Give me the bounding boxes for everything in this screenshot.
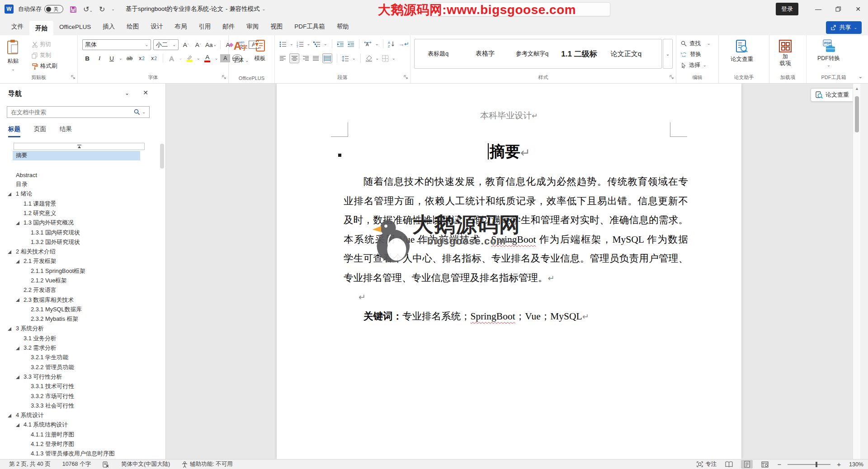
- restore-button[interactable]: [828, 0, 848, 18]
- expand-triangle-icon[interactable]: [16, 423, 19, 427]
- sort-button[interactable]: AZ: [388, 40, 395, 48]
- subscript-button[interactable]: x2: [137, 53, 147, 63]
- decrease-indent-button[interactable]: [337, 40, 344, 48]
- heading-item[interactable]: 3.1 业务分析: [13, 334, 140, 343]
- strikethrough-button[interactable]: ab: [125, 53, 135, 63]
- heading-item[interactable]: 1.2 研究意义: [13, 209, 140, 218]
- increase-indent-button[interactable]: [347, 40, 354, 48]
- addins-button[interactable]: 加 载项: [778, 39, 792, 67]
- bold-button[interactable]: B: [82, 53, 92, 63]
- heading-item[interactable]: 1.1 课题背景: [13, 199, 140, 208]
- heading-item[interactable]: 3.3.3 社会可行性: [13, 401, 140, 411]
- paper-check-floating-button[interactable]: 论文查重: [811, 88, 854, 102]
- navigation-tab[interactable]: 结果: [60, 125, 72, 137]
- heading-item[interactable]: 3.3 可行性分析: [13, 372, 140, 382]
- expand-triangle-icon[interactable]: [16, 298, 19, 302]
- text-effects-button[interactable]: A: [167, 53, 177, 63]
- accessibility-status[interactable]: 辅助功能: 不可用: [182, 460, 232, 468]
- heading-item[interactable]: 3.2.1 学生功能: [13, 353, 140, 362]
- zoom-out-button[interactable]: −: [777, 460, 781, 468]
- multilevel-list-button[interactable]: [313, 40, 321, 48]
- heading-item[interactable]: 1 绪论: [13, 189, 140, 199]
- print-layout-button[interactable]: [741, 460, 753, 469]
- body-line[interactable]: 随着信息技术的快速发展，教育信息化成为必然趋势。传统教育领域在专: [344, 172, 688, 192]
- align-center-button[interactable]: [289, 53, 299, 63]
- heading-item[interactable]: 2.1.2 Vue框架: [13, 276, 140, 286]
- navigation-close-icon[interactable]: ✕: [143, 89, 148, 96]
- shrink-font-button[interactable]: Aˇ: [193, 40, 203, 50]
- web-layout-button[interactable]: [759, 460, 771, 469]
- paste-button[interactable]: 粘贴⌄: [6, 39, 20, 71]
- select-button[interactable]: 选择⌄: [681, 60, 711, 70]
- find-button[interactable]: 查找⌄: [681, 38, 711, 49]
- ribbon-tab[interactable]: 视图: [264, 19, 288, 34]
- body-line[interactable]: 专业排名管理、专业信息管理及排名指标管理。↵: [344, 268, 688, 288]
- paragraph-dialog-launcher-icon[interactable]: [404, 73, 408, 81]
- change-case-button[interactable]: Aa⌄: [205, 40, 217, 50]
- expand-triangle-icon[interactable]: [16, 260, 19, 263]
- heading-item[interactable]: Abstract: [13, 170, 140, 180]
- numbered-list-button[interactable]: 123: [297, 40, 304, 48]
- expand-triangle-icon[interactable]: [8, 192, 11, 196]
- clipboard-dialog-launcher-icon[interactable]: [71, 73, 75, 81]
- abstract-heading[interactable]: 摘要↵: [277, 141, 741, 162]
- borders-button[interactable]: [382, 54, 389, 62]
- redo-button[interactable]: ↻: [99, 5, 105, 14]
- body-line[interactable]: 业排名管理方面，依赖人工统计和纸质记录，效率低下且易出错。信息更新不: [344, 192, 688, 211]
- ribbon-tab[interactable]: 开始: [29, 21, 53, 35]
- expand-triangle-icon[interactable]: [8, 327, 11, 331]
- word-count[interactable]: 10768 个字: [62, 460, 91, 468]
- style-item[interactable]: 表格字: [462, 40, 509, 68]
- font-color-button[interactable]: A: [203, 53, 212, 63]
- zoom-slider[interactable]: [788, 464, 830, 465]
- minimize-button[interactable]: —: [808, 0, 828, 18]
- copy-button[interactable]: 复制: [32, 52, 57, 59]
- ribbon-tab[interactable]: 帮助: [331, 19, 355, 34]
- ribbon-tab[interactable]: 文件: [5, 19, 29, 34]
- ribbon-tab[interactable]: 绘图: [121, 19, 145, 34]
- empty-paragraph-mark[interactable]: ↵: [344, 288, 688, 307]
- undo-button[interactable]: ↺⌄: [83, 5, 93, 14]
- pdf-convert-button[interactable]: PDF PDF转换 ⌄: [817, 39, 840, 67]
- distribute-button[interactable]: [322, 53, 332, 63]
- heading-item[interactable]: 4.1 系统结构设计: [13, 420, 140, 430]
- underline-button[interactable]: U: [107, 53, 117, 63]
- zoom-slider-thumb[interactable]: [816, 462, 817, 467]
- asian-layout-button[interactable]: A: [364, 40, 372, 48]
- ribbon-tab[interactable]: PDF工具箱: [288, 19, 331, 34]
- language-indicator[interactable]: 简体中文(中国大陆): [121, 460, 170, 468]
- ribbon-tab[interactable]: 邮件: [217, 19, 241, 34]
- heading-item[interactable]: 4.1.2 登录时序图: [13, 440, 140, 449]
- ribbon-tab[interactable]: 布局: [169, 19, 193, 34]
- page-indicator[interactable]: 第 2 页, 共 40 页: [9, 460, 51, 468]
- scrollbar-thumb[interactable]: [855, 96, 859, 132]
- cut-button[interactable]: 剪切: [32, 41, 57, 48]
- ribbon-tab[interactable]: 引用: [193, 19, 217, 34]
- font-name-select[interactable]: 黑体⌄: [82, 39, 151, 50]
- heading-item[interactable]: 1.3 国内外研究概况: [13, 218, 140, 228]
- spellcheck-status-icon[interactable]: [103, 461, 109, 468]
- font-size-select[interactable]: 小二⌄: [153, 39, 179, 50]
- autosave-switch-icon[interactable]: 关: [44, 5, 63, 13]
- align-right-button[interactable]: [302, 54, 309, 62]
- style-item[interactable]: 1.1 二级标: [556, 40, 603, 68]
- heading-item[interactable]: 2.2 开发语言: [13, 286, 140, 295]
- collapse-ribbon-icon[interactable]: ⌄: [859, 74, 863, 80]
- paper-check-button[interactable]: 论文查重: [731, 39, 753, 63]
- expand-triangle-icon[interactable]: [16, 375, 19, 379]
- navigation-scrollbar[interactable]: [160, 144, 164, 169]
- heading-item[interactable]: 2 相关技术介绍: [13, 247, 140, 257]
- heading-item[interactable]: 4.1.3 管理员修改用户信息时序图: [13, 449, 140, 459]
- expand-triangle-icon[interactable]: [16, 347, 19, 350]
- format-painter-button[interactable]: 格式刷: [32, 62, 57, 70]
- autosave-toggle[interactable]: 自动保存 关: [18, 5, 63, 13]
- share-button[interactable]: 共享 ⌄: [826, 21, 862, 34]
- heading-item[interactable]: 1.3.2 国外研究现状: [13, 238, 140, 247]
- italic-button[interactable]: I: [94, 53, 104, 63]
- heading-item[interactable]: 3.2.2 管理员功能: [13, 363, 140, 372]
- close-button[interactable]: ✕: [848, 0, 868, 18]
- save-icon[interactable]: [70, 5, 77, 13]
- highlight-color-button[interactable]: [184, 53, 194, 63]
- navigation-tab[interactable]: 标题: [8, 125, 20, 137]
- login-button[interactable]: 登录: [776, 3, 798, 15]
